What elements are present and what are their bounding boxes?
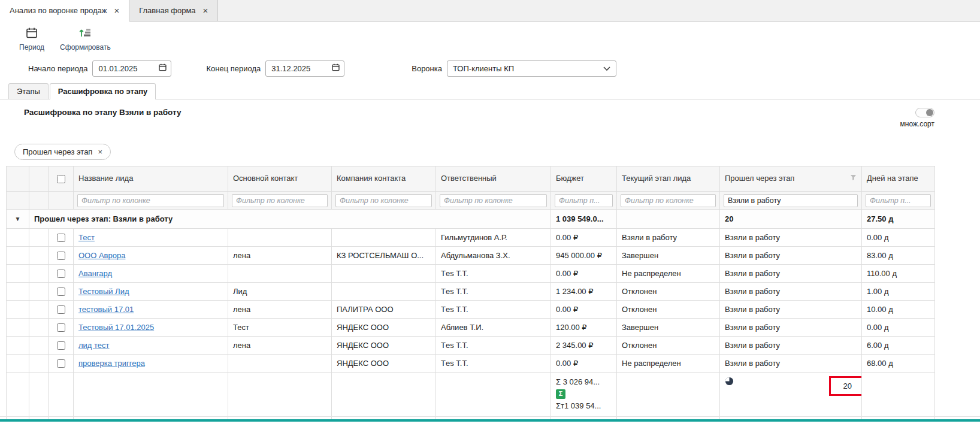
col-header-responsible[interactable]: Ответственный: [436, 166, 551, 192]
table-row: Тестовый 17.01.2025 Тест ЯНДЕКС ООО Абли…: [7, 319, 935, 337]
funnel-label: Воронка: [412, 64, 442, 73]
col-header-contact[interactable]: Основной контакт: [228, 166, 332, 192]
cell-days: 83.00 д: [862, 247, 935, 265]
lead-link[interactable]: Тест: [78, 233, 95, 242]
row-checkbox[interactable]: [57, 287, 65, 296]
tab-funnel-analysis[interactable]: Анализ по воронке продаж ×: [0, 0, 129, 22]
group-days-avg: 27.50 д: [862, 210, 935, 229]
tab-main-form-label: Главная форма: [139, 6, 195, 15]
leads-table-wrap: Название лида Основной контакт Компания …: [0, 166, 980, 420]
report-subtabs: Этапы Расшифровка по этапу: [0, 81, 980, 99]
filter-input-budget[interactable]: [555, 194, 613, 207]
generate-button[interactable]: Сформировать: [56, 25, 114, 53]
close-icon[interactable]: ×: [203, 6, 208, 15]
table-header-row: Название лида Основной контакт Компания …: [7, 166, 935, 192]
row-checkbox[interactable]: [57, 252, 65, 260]
lead-link[interactable]: Тестовый Лид: [78, 287, 129, 296]
filter-input-responsible[interactable]: [440, 194, 547, 207]
multisort-label: множ.сорт: [900, 120, 935, 128]
end-period-field[interactable]: 31.12.2025: [265, 60, 344, 77]
filter-chip-row: Прошел через этап ×: [0, 128, 980, 166]
group-budget-total: 1 039 549.0...: [551, 210, 617, 229]
lead-link[interactable]: Тестовый 17.01.2025: [78, 323, 154, 332]
cell-responsible: Гильмутдинов А.Р.: [436, 229, 551, 247]
cell-budget: 945 000.00 ₽: [551, 247, 617, 265]
passed-stage-filter-chip[interactable]: Прошел через этап ×: [14, 144, 111, 160]
group-passed-count: 20: [720, 210, 862, 229]
calendar-icon[interactable]: [331, 63, 340, 74]
end-period-label: Конец периода: [206, 64, 261, 73]
filter-funnel-icon: [850, 174, 857, 183]
period-button[interactable]: Период: [16, 25, 48, 53]
cell-budget: 0.00 ₽: [551, 355, 617, 373]
col-header-budget[interactable]: Бюджет: [551, 166, 617, 192]
filters-row: Начало периода 01.01.2025 Конец периода …: [0, 55, 980, 81]
select-all-checkbox[interactable]: [57, 175, 65, 183]
cell-company: ПАЛИТРА ООО: [332, 301, 436, 319]
col-header-days[interactable]: Дней на этапе: [862, 166, 935, 192]
row-checkbox[interactable]: [57, 341, 65, 350]
cell-company: ЯНДЕКС ООО: [332, 337, 436, 355]
filter-input-name[interactable]: [77, 194, 224, 207]
close-icon[interactable]: ×: [114, 6, 119, 15]
col-header-passed[interactable]: Прошел через этап: [720, 166, 862, 192]
tab-main-form[interactable]: Главная форма ×: [129, 0, 218, 21]
lead-link[interactable]: Авангард: [78, 269, 112, 278]
start-period-field[interactable]: 01.01.2025: [92, 60, 171, 77]
highlight-annotation-box: 20: [829, 376, 862, 396]
lead-link[interactable]: лид тест: [78, 341, 110, 350]
filter-input-company[interactable]: [335, 194, 432, 207]
tab-stage-breakdown[interactable]: Расшифровка по этапу: [50, 83, 156, 99]
table-row: тестовый 17.01 лена ПАЛИТРА ООО Тes Т.Т.…: [7, 301, 935, 319]
col-header-name[interactable]: Название лида: [74, 166, 228, 192]
lead-link[interactable]: проверка триггера: [78, 359, 145, 368]
cell-stage: Отклонен: [617, 283, 720, 301]
calendar-icon[interactable]: [158, 63, 167, 74]
funnel-select[interactable]: ТОП-клиенты КП: [447, 60, 616, 77]
cell-contact: Тест: [228, 319, 332, 337]
close-icon[interactable]: ×: [98, 148, 102, 156]
table-filter-row: [7, 192, 935, 210]
row-checkbox[interactable]: [57, 270, 65, 278]
toolbar: Период Сформировать: [0, 22, 980, 55]
cell-responsible: Тes Т.Т.: [436, 301, 551, 319]
cell-days: 68.00 д: [862, 355, 935, 373]
row-checkbox[interactable]: [57, 359, 65, 368]
row-checkbox[interactable]: [57, 305, 65, 314]
filter-input-stage[interactable]: [621, 194, 716, 207]
cell-passed: Взяли в работу: [720, 319, 862, 337]
panel-header: Расшифровка по этапу Взяли в работу множ…: [0, 99, 980, 128]
group-row: ▼ Прошел через этап: Взяли в работу 1 03…: [7, 210, 935, 229]
funnel-selected-value: ТОП-клиенты КП: [453, 64, 514, 73]
table-row: проверка триггера ЯНДЕКС ООО Тes Т.Т. 0.…: [7, 355, 935, 373]
leads-table: Название лида Основной контакт Компания …: [6, 166, 935, 420]
cell-contact: [228, 355, 332, 373]
start-period-label: Начало периода: [28, 64, 87, 73]
cell-contact: лена: [228, 247, 332, 265]
multisort-toggle[interactable]: [915, 108, 934, 117]
lead-link[interactable]: тестовый 17.01: [78, 305, 134, 314]
filter-chip-label: Прошел через этап: [23, 147, 92, 156]
filter-cell-empty: [49, 192, 74, 210]
filter-input-days[interactable]: [866, 194, 931, 207]
budget-filtered-total: Σт1 039 54...: [556, 401, 612, 411]
tab-stages[interactable]: Этапы: [8, 83, 49, 99]
table-row: Авангард Тes Т.Т. 0.00 ₽ Не распределен …: [7, 265, 935, 283]
cell-company: [332, 229, 436, 247]
filter-input-passed[interactable]: [724, 194, 858, 207]
row-checkbox[interactable]: [57, 234, 65, 242]
col-header-company[interactable]: Компания контакта: [332, 166, 436, 192]
lead-link[interactable]: ООО Аврора: [78, 251, 125, 260]
collapse-arrow-icon[interactable]: ▼: [7, 210, 29, 229]
cell-responsible: Тes Т.Т.: [436, 355, 551, 373]
cell-stage: Отклонен: [617, 337, 720, 355]
cell-contact: [228, 265, 332, 283]
cell-budget: 0.00 ₽: [551, 301, 617, 319]
row-checkbox[interactable]: [57, 323, 65, 332]
filter-input-contact[interactable]: [232, 194, 328, 207]
cell-stage: Отклонен: [617, 301, 720, 319]
cell-stage: Завершен: [617, 319, 720, 337]
col-header-stage[interactable]: Текущий этап лида: [617, 166, 720, 192]
bottom-divider: [0, 416, 980, 417]
cell-passed: Взяли в работу: [720, 247, 862, 265]
